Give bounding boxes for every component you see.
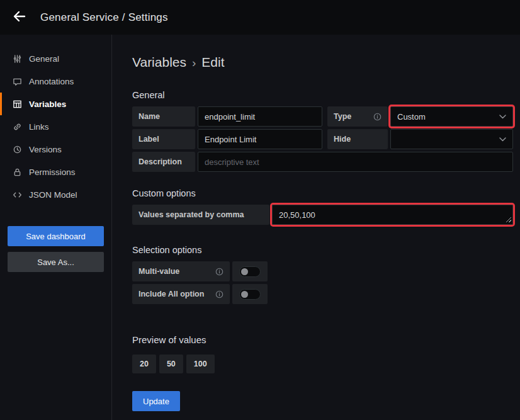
include-all-row: Include All option <box>132 284 513 304</box>
include-all-toggle[interactable] <box>232 284 268 304</box>
include-all-label: Include All option <box>132 284 230 304</box>
breadcrumb-edit: Edit <box>201 55 224 70</box>
code-icon <box>13 190 22 200</box>
preview-chips: 20 50 100 <box>132 355 513 373</box>
sidebar-item-label: JSON Model <box>29 190 77 200</box>
name-type-row: Name Type Custom <box>132 106 513 127</box>
back-button[interactable] <box>9 7 30 28</box>
sidebar-item-links[interactable]: Links <box>0 115 111 138</box>
type-info-icon[interactable] <box>373 113 382 121</box>
preview-value-chip: 100 <box>186 355 215 373</box>
description-input[interactable] <box>198 152 513 172</box>
general-section-title: General <box>132 90 520 100</box>
sidebar-item-permissions[interactable]: Permissions <box>0 161 111 183</box>
settings-sidebar: General Annotations Variables Links Vers <box>0 35 112 420</box>
multi-value-toggle[interactable] <box>232 261 268 281</box>
sidebar-item-label: General <box>29 54 59 64</box>
multi-value-row: Multi-value <box>132 261 513 281</box>
name-label: Name <box>132 106 195 127</box>
sidebar-item-label: Permissions <box>29 167 76 177</box>
name-input[interactable] <box>198 106 322 127</box>
resize-grip[interactable] <box>505 216 511 222</box>
label-input[interactable] <box>198 129 322 149</box>
type-select-value: Custom <box>397 112 426 122</box>
toggle-track <box>239 289 261 300</box>
chevron-down-icon <box>499 137 506 142</box>
values-input[interactable] <box>272 205 513 225</box>
arrow-left-icon <box>12 9 27 26</box>
sidebar-item-variables[interactable]: Variables <box>0 93 111 115</box>
comment-icon <box>13 77 22 86</box>
label-hide-row: Label Hide <box>132 129 513 149</box>
multi-value-label-text: Multi-value <box>138 267 179 276</box>
table-icon <box>13 99 22 109</box>
type-label: Type <box>327 106 388 127</box>
description-label: Description <box>132 152 195 172</box>
page-header: General Service / Settings <box>0 0 520 35</box>
hide-select[interactable] <box>390 129 513 149</box>
page-title: General Service / Settings <box>40 11 168 24</box>
custom-options-title: Custom options <box>132 188 513 198</box>
preview-value-chip: 20 <box>132 355 156 373</box>
values-input-wrap <box>272 205 513 225</box>
sidebar-item-versions[interactable]: Versions <box>0 138 111 161</box>
selection-options-title: Selection options <box>132 245 513 255</box>
general-form: Name Type Custom Label Hi <box>132 106 513 411</box>
label-label: Label <box>132 129 195 149</box>
values-row: Values separated by comma <box>132 205 513 225</box>
breadcrumb-separator: › <box>192 56 196 70</box>
sidebar-item-json-model[interactable]: JSON Model <box>0 183 111 206</box>
preview-value-chip: 50 <box>159 355 183 373</box>
sidebar-actions: Save dashboard Save As... <box>8 226 104 272</box>
lock-icon <box>13 167 22 177</box>
sliders-icon <box>13 54 22 64</box>
toggle-knob <box>241 291 248 298</box>
hide-label: Hide <box>327 129 388 149</box>
sidebar-item-general[interactable]: General <box>0 47 111 70</box>
description-row: Description <box>132 152 513 172</box>
layout: General Annotations Variables Links Vers <box>0 35 520 420</box>
save-as-button[interactable]: Save As... <box>8 252 104 272</box>
multi-value-label: Multi-value <box>132 261 230 281</box>
main-content: Variables › Edit General Name Type Custo… <box>112 35 520 420</box>
type-label-text: Type <box>334 112 351 121</box>
sidebar-item-label: Annotations <box>29 77 74 86</box>
chevron-down-icon <box>499 115 506 119</box>
sidebar-item-label: Variables <box>29 99 66 109</box>
breadcrumb-variables[interactable]: Variables <box>132 55 186 70</box>
multi-value-info-icon[interactable] <box>215 268 223 276</box>
type-select[interactable]: Custom <box>390 106 513 127</box>
toggle-knob <box>241 268 248 275</box>
sidebar-item-label: Versions <box>29 145 62 154</box>
include-all-info-icon[interactable] <box>215 290 223 298</box>
update-button[interactable]: Update <box>132 391 180 411</box>
values-label: Values separated by comma <box>132 205 269 225</box>
save-dashboard-button[interactable]: Save dashboard <box>8 226 104 246</box>
link-icon <box>13 122 22 132</box>
preview-title: Preview of values <box>132 334 513 345</box>
toggle-track <box>239 266 261 277</box>
history-icon <box>13 145 22 154</box>
include-all-label-text: Include All option <box>138 290 204 298</box>
sidebar-item-label: Links <box>29 122 49 132</box>
sidebar-item-annotations[interactable]: Annotations <box>0 70 111 93</box>
breadcrumb: Variables › Edit <box>132 55 520 70</box>
